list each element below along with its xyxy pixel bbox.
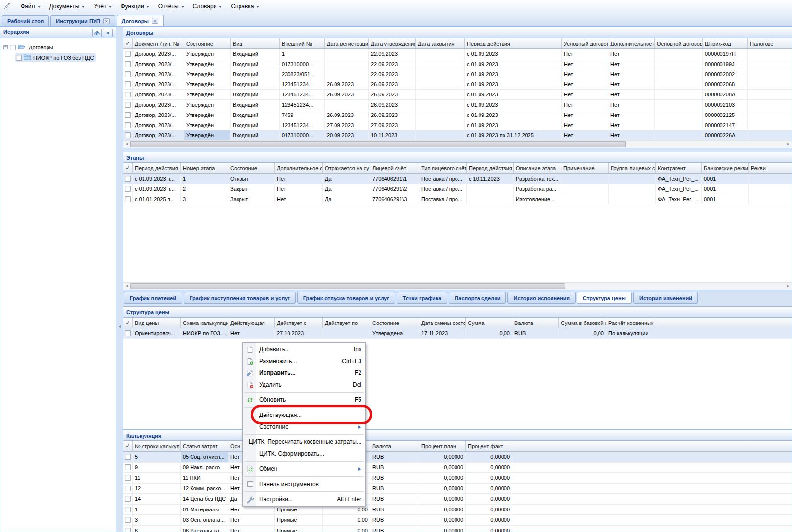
menubar-item-2[interactable]: Документы <box>45 1 90 11</box>
column-header[interactable]: Дополнительное с <box>608 38 655 48</box>
row-checkbox[interactable] <box>125 507 131 512</box>
column-header[interactable]: Валюта <box>512 318 559 328</box>
tree-checkbox[interactable] <box>16 55 22 61</box>
column-header[interactable]: Период действия л <box>467 163 514 173</box>
select-all-header[interactable]: ✓ <box>123 163 133 173</box>
column-header[interactable]: Схема калькуляци <box>181 318 228 328</box>
menu-item-6[interactable]: ОбновитьF5 <box>243 394 365 406</box>
table-row[interactable]: Договор, 2023/...УтверждёнВходящий017310… <box>123 130 792 140</box>
scroll-left-hint-icon[interactable]: ◄ <box>118 324 122 329</box>
detail-tab-2[interactable]: График поступления товаров и услуг <box>184 292 295 304</box>
column-header[interactable]: № строки калькул <box>133 441 181 451</box>
menubar-item-6[interactable]: Словари <box>189 1 227 11</box>
column-header[interactable]: Состояние <box>184 38 231 48</box>
column-header[interactable]: Отражается на су <box>323 163 370 173</box>
menu-item-14[interactable]: Обмен▶ <box>243 463 365 475</box>
table-row[interactable]: Договор, 2023/...УтверждёнВходящий745926… <box>123 110 792 120</box>
row-checkbox[interactable] <box>125 176 131 182</box>
table-row[interactable]: Договор, 2023/...УтверждёнВходящий123451… <box>123 79 792 90</box>
menu-item-4[interactable]: УдалитьDel <box>243 379 365 391</box>
column-header[interactable]: Контрагент <box>656 163 702 173</box>
row-checkbox[interactable] <box>125 528 131 532</box>
column-header[interactable]: Сумма <box>466 318 512 328</box>
table-row[interactable]: Ориентировоч...НИОКР по ГОЗ ...Нет27.10.… <box>123 328 792 339</box>
column-header[interactable]: Описание этапа <box>514 163 561 173</box>
column-header[interactable]: Статья затрат <box>181 441 228 451</box>
column-header[interactable]: Процент факт <box>466 441 512 451</box>
select-all-header[interactable]: ✓ <box>123 38 133 48</box>
column-header[interactable]: Банковские рекви <box>702 163 749 173</box>
contracts-hscrollbar[interactable]: ◄ ► <box>123 140 792 148</box>
table-row[interactable]: с 01.09.2023 п...1ОткрытНетДа7706406291\… <box>123 174 792 184</box>
menu-item-18[interactable]: Настройки...Alt+Enter <box>243 493 365 505</box>
column-header[interactable]: Расчёт косвенных <box>606 318 655 328</box>
row-checkbox[interactable] <box>125 496 131 502</box>
column-header[interactable]: Период действия <box>465 38 562 48</box>
column-header[interactable]: Состояние <box>370 318 419 328</box>
row-checkbox[interactable] <box>125 81 131 87</box>
menubar-item-7[interactable]: Справка <box>226 1 264 11</box>
table-row[interactable]: 101 МатериалыНетПрямые0,00RUB0,000000,00… <box>123 505 792 515</box>
table-row[interactable]: Договор, 2023/...УтверждёнВходящий122.09… <box>123 49 792 59</box>
table-row[interactable]: Договор, 2023/...УтверждёнВходящий123451… <box>123 90 792 100</box>
row-checkbox[interactable] <box>125 92 131 97</box>
column-header[interactable]: Сумма в базовой в <box>559 318 606 328</box>
main-tab-2[interactable]: Инструкции ПУП✕ <box>50 15 115 26</box>
column-header[interactable]: Действует с <box>275 318 323 328</box>
detail-tab-6[interactable]: История исполнения <box>507 292 576 304</box>
row-checkbox[interactable] <box>125 464 131 470</box>
column-header[interactable]: Дата утверждения <box>369 38 416 48</box>
detail-tab-7[interactable]: Структура цены <box>577 292 632 304</box>
detail-tab-3[interactable]: График отпуска товаров и услуг <box>297 292 395 304</box>
scrollbar-thumb[interactable] <box>130 141 626 147</box>
row-checkbox[interactable] <box>125 51 131 57</box>
row-checkbox[interactable] <box>125 186 131 192</box>
column-header[interactable]: Условный договор <box>562 38 608 48</box>
column-header[interactable]: Состояние <box>228 163 275 173</box>
row-checkbox[interactable] <box>125 122 131 128</box>
table-row[interactable]: Договор, 2023/...УтверждёнВходящий230823… <box>123 69 792 80</box>
column-header[interactable]: Документ (тип, № <box>133 38 184 48</box>
menu-item-12[interactable]: ЦИТК. Сформировать... <box>243 448 365 460</box>
column-header[interactable]: Номер этапа <box>181 163 228 173</box>
row-checkbox[interactable] <box>125 454 131 460</box>
menu-item-1[interactable]: Добавить...Ins <box>243 344 365 355</box>
menubar-item-5[interactable]: Отчёты <box>154 1 189 11</box>
row-checkbox[interactable] <box>125 71 131 77</box>
column-header[interactable]: Примечание <box>561 163 609 173</box>
column-header[interactable]: Вид <box>231 38 280 48</box>
column-header[interactable]: Налогове <box>748 38 792 48</box>
table-row[interactable]: 505 Соц. отчисл...НетRUB0,000000,00000 <box>123 452 792 463</box>
column-header[interactable]: Основной договор <box>655 38 703 48</box>
row-checkbox[interactable] <box>125 517 131 523</box>
stages-hscrollbar[interactable]: ◄ ► <box>123 282 792 290</box>
menu-item-11[interactable]: ЦИТК. Пересчитать косвенные затраты... <box>243 436 365 448</box>
row-checkbox[interactable] <box>125 132 131 138</box>
menu-item-16[interactable]: Панель инструментов <box>243 478 365 490</box>
scroll-left-icon[interactable]: ◄ <box>123 141 130 148</box>
column-header[interactable]: Дата регистрации. <box>325 38 369 48</box>
table-row[interactable]: Договор, 2023/...УтверждёнВходящий017310… <box>123 59 792 69</box>
menu-item-2[interactable]: Размножить...Ctrl+F3 <box>243 355 365 367</box>
column-header[interactable]: Рекви <box>749 163 792 173</box>
scroll-right-icon[interactable]: ► <box>785 141 792 148</box>
column-header[interactable]: Действует по <box>323 318 370 328</box>
table-row[interactable]: 1414 Цена без НДСДаRUB0,000000,00000 <box>123 494 792 505</box>
main-tab-3[interactable]: Договоры✕ <box>117 15 164 26</box>
row-checkbox[interactable] <box>125 112 131 118</box>
close-icon[interactable]: ✕ <box>152 18 158 24</box>
column-header[interactable]: Штрих-код <box>703 38 748 48</box>
column-header[interactable]: Дата смены состоя <box>419 318 466 328</box>
tree-item-niokr[interactable]: НИОКР по ГОЗ без НДС <box>3 52 114 63</box>
column-header[interactable]: Валюта <box>370 441 419 451</box>
menubar-item-1[interactable]: Файл <box>16 1 45 11</box>
column-header[interactable]: Внешний № <box>280 38 325 48</box>
search-icon[interactable] <box>92 29 102 37</box>
column-header[interactable]: Процент план <box>419 441 466 451</box>
scroll-left-icon[interactable]: ◄ <box>123 283 130 290</box>
select-all-header[interactable]: ✓ <box>123 318 133 328</box>
table-row[interactable]: с 01.09.2023 п...2ЗакрытНетДа7706406291\… <box>123 184 792 194</box>
select-all-header[interactable]: ✓ <box>123 441 133 451</box>
close-icon[interactable]: ✕ <box>103 18 110 24</box>
column-header[interactable]: Тип лицевого счёт <box>419 163 467 173</box>
